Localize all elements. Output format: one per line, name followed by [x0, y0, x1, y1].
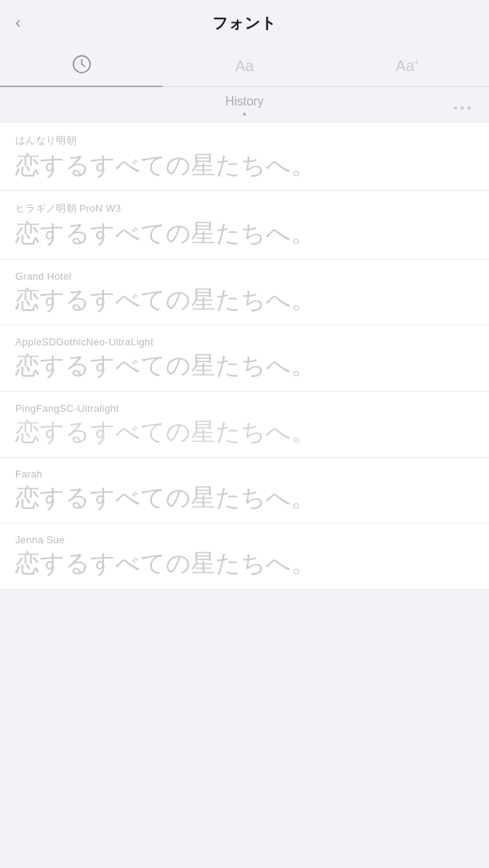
section-header: History ▲ ●●●	[0, 87, 489, 123]
font-list: はんなり明朝恋するすべての星たちへ。ヒラギノ明朝 ProN W3恋するすべての星…	[0, 123, 489, 590]
font-item[interactable]: PingFangSC-Ultralight恋するすべての星たちへ。	[0, 392, 489, 458]
fonts-plus-icon: Aa+	[396, 57, 419, 75]
more-button[interactable]: ●●●	[453, 98, 474, 114]
font-preview: 恋するすべての星たちへ。	[15, 483, 474, 512]
font-item[interactable]: Grand Hotel恋するすべての星たちへ。	[0, 260, 489, 326]
font-item[interactable]: AppleSDGothicNeo-UltraLight恋するすべての星たちへ。	[0, 326, 489, 391]
back-button[interactable]: ‹	[15, 13, 21, 33]
font-name: PingFangSC-Ultralight	[15, 403, 474, 414]
font-preview: 恋するすべての星たちへ。	[15, 219, 474, 248]
font-name: Farah	[15, 468, 474, 480]
font-name: Grand Hotel	[15, 270, 474, 282]
section-title-wrap: History ▲	[225, 95, 264, 117]
more-icon: ●●●	[453, 103, 474, 112]
font-item[interactable]: ヒラギノ明朝 ProN W3恋するすべての星たちへ。	[0, 191, 489, 259]
section-arrow: ▲	[241, 110, 248, 117]
fonts-icon: Aa	[235, 57, 254, 75]
font-name: Jenna Sue	[15, 534, 474, 546]
history-icon	[72, 54, 92, 79]
font-item[interactable]: Farah恋するすべての星たちへ。	[0, 458, 489, 523]
font-item[interactable]: はんなり明朝恋するすべての星たちへ。	[0, 123, 489, 191]
font-name: はんなり明朝	[15, 134, 474, 147]
font-preview: 恋するすべての星たちへ。	[15, 351, 474, 380]
font-name: ヒラギノ明朝 ProN W3	[15, 202, 474, 215]
page-title: フォント	[212, 13, 277, 34]
tab-fonts-plus[interactable]: Aa+	[326, 46, 489, 86]
header: ‹ フォント	[0, 0, 489, 46]
section-title: History	[225, 95, 264, 108]
font-item[interactable]: Jenna Sue恋するすべての星たちへ。	[0, 523, 489, 589]
font-name: AppleSDGothicNeo-UltraLight	[15, 336, 474, 348]
font-preview: 恋するすべての星たちへ。	[15, 151, 474, 180]
svg-line-2	[82, 64, 85, 66]
tab-bar: Aa Aa+	[0, 46, 489, 87]
tab-history[interactable]	[0, 46, 163, 86]
font-preview: 恋するすべての星たちへ。	[15, 417, 474, 446]
font-preview: 恋するすべての星たちへ。	[15, 549, 474, 578]
font-preview: 恋するすべての星たちへ。	[15, 285, 474, 314]
tab-fonts[interactable]: Aa	[163, 46, 325, 86]
